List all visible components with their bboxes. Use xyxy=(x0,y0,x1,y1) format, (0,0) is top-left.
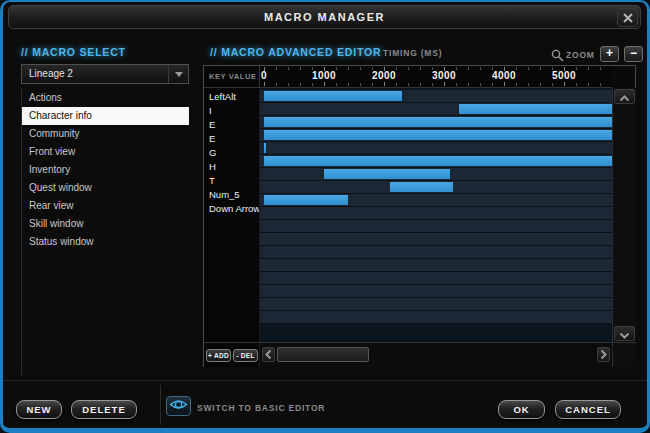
macro-select-header: // MACRO SELECT xyxy=(21,46,126,58)
timeline-row xyxy=(260,233,612,246)
ruler-tick xyxy=(480,83,481,86)
macro-list-item[interactable]: Actions xyxy=(22,89,189,107)
macro-list-item[interactable]: Skill window xyxy=(22,215,189,233)
key-press-bar[interactable] xyxy=(264,117,612,127)
chevron-up-icon xyxy=(619,88,630,106)
key-row-label xyxy=(204,300,259,314)
ruler-tick xyxy=(348,67,349,70)
new-button[interactable]: NEW xyxy=(16,400,62,419)
ruler-tick xyxy=(396,83,397,86)
ruler-tick xyxy=(516,83,517,86)
macro-list-item[interactable]: Status window xyxy=(22,233,189,251)
scroll-up-button[interactable] xyxy=(614,89,635,104)
timing-unit-label: TIMING (MS) xyxy=(383,48,442,58)
key-row-label xyxy=(204,272,259,286)
advanced-editor-header: // MACRO ADVANCED EDITOR xyxy=(210,46,381,58)
ruler-tick xyxy=(276,83,277,86)
zoom-in-button[interactable]: + xyxy=(600,46,619,62)
window-title: MACRO MANAGER xyxy=(9,11,640,23)
macro-list-item[interactable]: Inventory xyxy=(22,161,189,179)
timeline-row xyxy=(260,272,612,285)
macro-list-item[interactable]: Quest window xyxy=(22,179,189,197)
key-press-bar[interactable] xyxy=(390,182,453,192)
close-button[interactable] xyxy=(617,8,638,27)
key-row-label: T xyxy=(204,174,259,188)
timeline-row xyxy=(260,155,612,168)
chevron-left-icon xyxy=(265,346,272,364)
timeline-row xyxy=(260,311,612,324)
ruler-tick xyxy=(540,67,541,70)
ruler-tick xyxy=(528,83,529,86)
delete-row-button[interactable]: - DEL xyxy=(233,349,258,362)
key-press-bar[interactable] xyxy=(264,91,402,101)
ruler-tick xyxy=(456,67,457,70)
ruler-tick xyxy=(360,67,361,70)
key-row-label xyxy=(204,286,259,300)
timeline-row xyxy=(260,168,612,181)
macro-list-item[interactable]: Character info xyxy=(22,107,189,125)
add-row-button[interactable]: + ADD xyxy=(206,349,231,362)
ruler-tick xyxy=(420,83,421,86)
ruler-tick xyxy=(372,83,373,86)
macro-profile-dropdown[interactable]: Lineage 2 xyxy=(21,64,189,84)
cancel-button[interactable]: CANCEL xyxy=(555,400,621,419)
key-row-label: Down Arrow xyxy=(204,202,259,216)
key-row-label xyxy=(204,314,259,328)
key-row-label: H xyxy=(204,160,259,174)
switch-basic-editor-button[interactable] xyxy=(166,396,191,416)
macro-list-item[interactable]: Rear view xyxy=(22,197,189,215)
ruler-tick xyxy=(552,83,553,86)
macro-list-item[interactable]: Community xyxy=(22,125,189,143)
ruler-tick xyxy=(516,67,517,70)
scroll-right-button[interactable] xyxy=(597,347,610,362)
advanced-editor-panel: KEY VALUE 010002000300040005000 LeftAltI… xyxy=(203,65,636,367)
horizontal-scrollbar[interactable] xyxy=(260,342,612,367)
ruler-tick xyxy=(540,83,541,86)
ruler-tick xyxy=(312,83,313,86)
ruler-tick xyxy=(600,67,601,70)
ruler-tick xyxy=(384,82,385,86)
ruler-tick xyxy=(348,83,349,86)
ok-button[interactable]: OK xyxy=(498,400,545,419)
ruler-tick xyxy=(396,67,397,70)
macro-list-item[interactable]: Front view xyxy=(22,143,189,161)
ruler-tick xyxy=(576,83,577,86)
key-press-bar[interactable] xyxy=(264,130,612,140)
close-icon xyxy=(623,9,633,27)
zoom-out-button[interactable]: − xyxy=(624,46,643,62)
scroll-left-button[interactable] xyxy=(262,347,275,362)
eye-icon xyxy=(169,397,188,415)
ruler-tick xyxy=(528,67,529,70)
key-value-column-header: KEY VALUE xyxy=(204,66,260,88)
delete-button[interactable]: DELETE xyxy=(71,400,137,419)
ruler-tick-label: 4000 xyxy=(492,70,516,81)
scrollbar-corner xyxy=(612,342,636,367)
ruler-tick xyxy=(288,83,289,86)
ruler-tick xyxy=(456,83,457,86)
key-row-label: Num_5 xyxy=(204,188,259,202)
ruler-tick xyxy=(468,67,469,70)
macro-list: ActionsCharacter infoCommunityFront view… xyxy=(21,89,189,375)
horizontal-scroll-thumb[interactable] xyxy=(277,347,369,362)
chevron-right-icon xyxy=(600,346,607,364)
ruler-tick-label: 1000 xyxy=(312,70,336,81)
key-row-label: I xyxy=(204,104,259,118)
ruler-tick-label: 5000 xyxy=(552,70,576,81)
key-press-bar[interactable] xyxy=(264,156,612,166)
key-row-label xyxy=(204,216,259,230)
key-row-label xyxy=(204,244,259,258)
key-row-label xyxy=(204,258,259,272)
chevron-down-icon[interactable] xyxy=(168,65,188,83)
footer-vertical-divider xyxy=(160,385,161,425)
key-row-label: G xyxy=(204,146,259,160)
key-press-bar[interactable] xyxy=(324,169,450,179)
ruler-tick xyxy=(432,83,433,86)
vertical-scrollbar[interactable] xyxy=(612,88,636,342)
timeline-row xyxy=(260,142,612,155)
timeline-row xyxy=(260,181,612,194)
key-row-label: LeftAlt xyxy=(204,90,259,104)
key-press-bar[interactable] xyxy=(459,104,612,114)
key-press-bar[interactable] xyxy=(264,195,348,205)
key-press-bar[interactable] xyxy=(264,143,266,153)
scroll-down-button[interactable] xyxy=(614,326,635,341)
